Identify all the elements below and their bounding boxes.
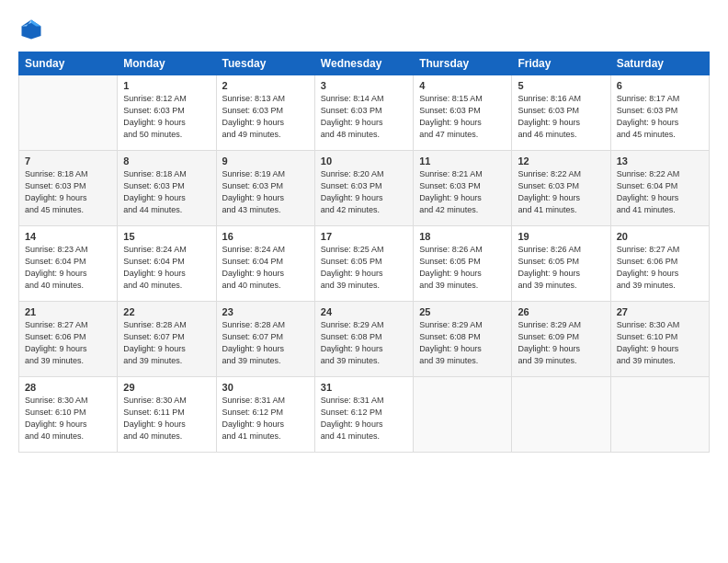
- day-info: Sunrise: 8:21 AM Sunset: 6:03 PM Dayligh…: [419, 168, 506, 216]
- day-info: Sunrise: 8:28 AM Sunset: 6:07 PM Dayligh…: [222, 319, 309, 367]
- calendar-header: SundayMondayTuesdayWednesdayThursdayFrid…: [19, 52, 710, 75]
- day-info: Sunrise: 8:22 AM Sunset: 6:04 PM Dayligh…: [617, 168, 703, 216]
- day-number: 1: [123, 80, 210, 91]
- day-info: Sunrise: 8:20 AM Sunset: 6:03 PM Dayligh…: [321, 168, 407, 216]
- day-info: Sunrise: 8:18 AM Sunset: 6:03 PM Dayligh…: [25, 168, 111, 216]
- calendar-cell: 3Sunrise: 8:14 AM Sunset: 6:03 PM Daylig…: [314, 75, 413, 151]
- day-info: Sunrise: 8:29 AM Sunset: 6:09 PM Dayligh…: [518, 319, 604, 367]
- calendar-body: 1Sunrise: 8:12 AM Sunset: 6:03 PM Daylig…: [19, 75, 710, 453]
- day-number: 12: [518, 155, 604, 167]
- calendar-cell: 9Sunrise: 8:19 AM Sunset: 6:03 PM Daylig…: [216, 151, 314, 226]
- calendar-cell: [610, 377, 709, 453]
- day-number: 15: [123, 231, 210, 242]
- calendar-cell: 24Sunrise: 8:29 AM Sunset: 6:08 PM Dayli…: [314, 302, 413, 377]
- day-number: 29: [123, 382, 210, 393]
- calendar-cell: 21Sunrise: 8:27 AM Sunset: 6:06 PM Dayli…: [19, 302, 118, 377]
- day-number: 25: [419, 306, 506, 317]
- logo: [18, 17, 48, 42]
- calendar-cell: 28Sunrise: 8:30 AM Sunset: 6:10 PM Dayli…: [19, 377, 118, 453]
- calendar-cell: 15Sunrise: 8:24 AM Sunset: 6:04 PM Dayli…: [118, 226, 216, 302]
- day-info: Sunrise: 8:31 AM Sunset: 6:12 PM Dayligh…: [321, 395, 407, 442]
- day-info: Sunrise: 8:29 AM Sunset: 6:08 PM Dayligh…: [321, 319, 407, 367]
- day-number: 27: [617, 306, 703, 317]
- day-info: Sunrise: 8:24 AM Sunset: 6:04 PM Dayligh…: [123, 244, 210, 292]
- header-cell-friday: Friday: [512, 52, 610, 75]
- calendar-cell: 18Sunrise: 8:26 AM Sunset: 6:05 PM Dayli…: [414, 226, 512, 302]
- calendar-cell: [414, 377, 512, 453]
- calendar-cell: 5Sunrise: 8:16 AM Sunset: 6:03 PM Daylig…: [512, 75, 610, 151]
- header-cell-monday: Monday: [118, 52, 216, 75]
- header: [18, 17, 710, 42]
- calendar-cell: 26Sunrise: 8:29 AM Sunset: 6:09 PM Dayli…: [512, 302, 610, 377]
- day-number: 7: [25, 155, 111, 167]
- day-info: Sunrise: 8:22 AM Sunset: 6:03 PM Dayligh…: [518, 168, 604, 216]
- day-info: Sunrise: 8:30 AM Sunset: 6:10 PM Dayligh…: [25, 395, 111, 442]
- day-info: Sunrise: 8:28 AM Sunset: 6:07 PM Dayligh…: [123, 319, 210, 367]
- calendar-cell: 29Sunrise: 8:30 AM Sunset: 6:11 PM Dayli…: [118, 377, 216, 453]
- day-number: 19: [518, 231, 604, 242]
- calendar-cell: 2Sunrise: 8:13 AM Sunset: 6:03 PM Daylig…: [216, 75, 314, 151]
- calendar-cell: 23Sunrise: 8:28 AM Sunset: 6:07 PM Dayli…: [216, 302, 314, 377]
- day-info: Sunrise: 8:27 AM Sunset: 6:06 PM Dayligh…: [617, 244, 703, 292]
- day-info: Sunrise: 8:18 AM Sunset: 6:03 PM Dayligh…: [123, 168, 210, 216]
- logo-icon: [18, 17, 44, 42]
- header-row: SundayMondayTuesdayWednesdayThursdayFrid…: [19, 52, 710, 75]
- calendar-cell: 11Sunrise: 8:21 AM Sunset: 6:03 PM Dayli…: [414, 151, 512, 226]
- day-number: 6: [617, 80, 703, 91]
- calendar-cell: [512, 377, 610, 453]
- header-cell-thursday: Thursday: [414, 52, 512, 75]
- calendar-cell: [19, 75, 118, 151]
- day-number: 8: [123, 155, 210, 167]
- day-number: 11: [419, 155, 506, 167]
- calendar-cell: 8Sunrise: 8:18 AM Sunset: 6:03 PM Daylig…: [118, 151, 216, 226]
- day-number: 10: [321, 155, 407, 167]
- day-number: 5: [518, 80, 604, 91]
- day-number: 26: [518, 306, 604, 317]
- calendar-cell: 19Sunrise: 8:26 AM Sunset: 6:05 PM Dayli…: [512, 226, 610, 302]
- header-cell-tuesday: Tuesday: [216, 52, 314, 75]
- calendar-table: SundayMondayTuesdayWednesdayThursdayFrid…: [18, 52, 710, 453]
- day-number: 4: [419, 80, 506, 91]
- day-number: 20: [617, 231, 703, 242]
- calendar-cell: 4Sunrise: 8:15 AM Sunset: 6:03 PM Daylig…: [414, 75, 512, 151]
- calendar-cell: 31Sunrise: 8:31 AM Sunset: 6:12 PM Dayli…: [314, 377, 413, 453]
- day-info: Sunrise: 8:24 AM Sunset: 6:04 PM Dayligh…: [222, 244, 309, 292]
- day-number: 17: [321, 231, 407, 242]
- page: SundayMondayTuesdayWednesdayThursdayFrid…: [0, 0, 728, 563]
- calendar-cell: 17Sunrise: 8:25 AM Sunset: 6:05 PM Dayli…: [314, 226, 413, 302]
- week-row-3: 14Sunrise: 8:23 AM Sunset: 6:04 PM Dayli…: [19, 226, 710, 302]
- calendar-cell: 10Sunrise: 8:20 AM Sunset: 6:03 PM Dayli…: [314, 151, 413, 226]
- calendar-cell: 13Sunrise: 8:22 AM Sunset: 6:04 PM Dayli…: [610, 151, 709, 226]
- day-number: 31: [321, 382, 407, 393]
- day-info: Sunrise: 8:27 AM Sunset: 6:06 PM Dayligh…: [25, 319, 111, 367]
- week-row-4: 21Sunrise: 8:27 AM Sunset: 6:06 PM Dayli…: [19, 302, 710, 377]
- day-info: Sunrise: 8:29 AM Sunset: 6:08 PM Dayligh…: [419, 319, 506, 367]
- day-info: Sunrise: 8:19 AM Sunset: 6:03 PM Dayligh…: [222, 168, 309, 216]
- calendar-cell: 7Sunrise: 8:18 AM Sunset: 6:03 PM Daylig…: [19, 151, 118, 226]
- day-info: Sunrise: 8:26 AM Sunset: 6:05 PM Dayligh…: [518, 244, 604, 292]
- day-number: 3: [321, 80, 407, 91]
- day-info: Sunrise: 8:12 AM Sunset: 6:03 PM Dayligh…: [123, 93, 210, 141]
- day-number: 9: [222, 155, 309, 167]
- calendar-cell: 16Sunrise: 8:24 AM Sunset: 6:04 PM Dayli…: [216, 226, 314, 302]
- calendar-cell: 14Sunrise: 8:23 AM Sunset: 6:04 PM Dayli…: [19, 226, 118, 302]
- day-number: 24: [321, 306, 407, 317]
- calendar-cell: 6Sunrise: 8:17 AM Sunset: 6:03 PM Daylig…: [610, 75, 709, 151]
- day-number: 13: [617, 155, 703, 167]
- calendar-cell: 20Sunrise: 8:27 AM Sunset: 6:06 PM Dayli…: [610, 226, 709, 302]
- day-info: Sunrise: 8:14 AM Sunset: 6:03 PM Dayligh…: [321, 93, 407, 141]
- calendar-cell: 27Sunrise: 8:30 AM Sunset: 6:10 PM Dayli…: [610, 302, 709, 377]
- day-info: Sunrise: 8:13 AM Sunset: 6:03 PM Dayligh…: [222, 93, 309, 141]
- day-info: Sunrise: 8:30 AM Sunset: 6:11 PM Dayligh…: [123, 395, 210, 442]
- day-info: Sunrise: 8:23 AM Sunset: 6:04 PM Dayligh…: [25, 244, 111, 292]
- calendar-cell: 25Sunrise: 8:29 AM Sunset: 6:08 PM Dayli…: [414, 302, 512, 377]
- day-info: Sunrise: 8:26 AM Sunset: 6:05 PM Dayligh…: [419, 244, 506, 292]
- day-info: Sunrise: 8:16 AM Sunset: 6:03 PM Dayligh…: [518, 93, 604, 141]
- header-cell-wednesday: Wednesday: [314, 52, 413, 75]
- calendar-cell: 1Sunrise: 8:12 AM Sunset: 6:03 PM Daylig…: [118, 75, 216, 151]
- calendar-cell: 12Sunrise: 8:22 AM Sunset: 6:03 PM Dayli…: [512, 151, 610, 226]
- day-number: 16: [222, 231, 309, 242]
- day-number: 2: [222, 80, 309, 91]
- day-number: 23: [222, 306, 309, 317]
- week-row-5: 28Sunrise: 8:30 AM Sunset: 6:10 PM Dayli…: [19, 377, 710, 453]
